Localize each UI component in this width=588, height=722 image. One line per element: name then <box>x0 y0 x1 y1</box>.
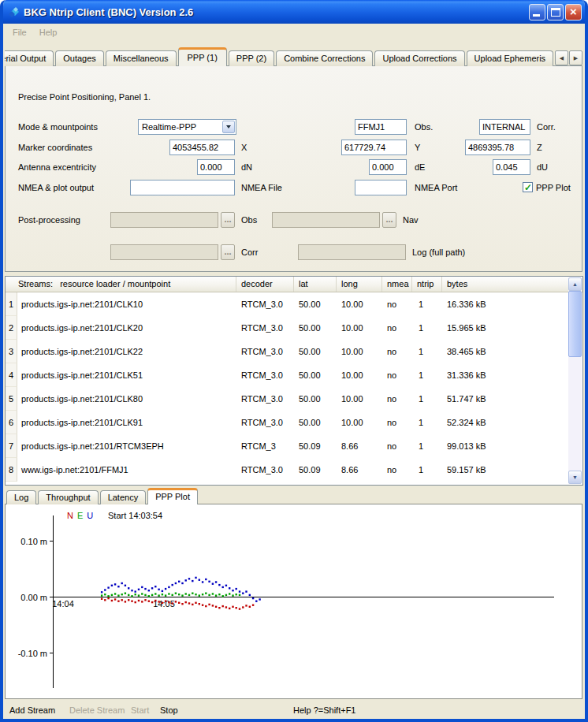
tab-upload-corrections[interactable]: Upload Corrections <box>374 50 464 66</box>
mode-combobox-value: Realtime-PPP <box>142 120 196 134</box>
marker-z-field[interactable] <box>465 140 530 155</box>
ppp-plot-checkbox[interactable]: ✓ <box>523 182 533 192</box>
tab-latency[interactable]: Latency <box>100 490 147 504</box>
tab-throughput[interactable]: Throughput <box>38 490 98 504</box>
panel-heading: Precise Point Positioning, Panel 1. <box>18 89 151 105</box>
tab-outages[interactable]: Outages <box>55 50 104 66</box>
stream-row-3[interactable]: 3products.igs-ip.net:2101/CLK22RTCM_3.05… <box>6 340 569 363</box>
ppp-plot-svg: 0.10 m0.00 m-0.10 m14:0414:05 <box>6 504 582 698</box>
start-button[interactable]: Start <box>131 702 149 719</box>
cell-nmea: no <box>382 300 412 309</box>
stream-row-7[interactable]: 7products.igs-ip.net:2101/RTCM3EPHRTCM_3… <box>6 434 569 458</box>
browse-nav-button[interactable]: ... <box>382 212 396 228</box>
column-header-lat[interactable]: lat <box>294 277 337 292</box>
tab-ppp-1[interactable]: PPP (1) <box>178 47 227 66</box>
nmea-port-field[interactable] <box>355 180 407 195</box>
check-icon: ✓ <box>524 182 532 193</box>
antenna-de-field[interactable] <box>369 159 407 175</box>
stream-row-8[interactable]: 8www.igs-ip.net:2101/FFMJ1RTCM_3.050.098… <box>6 458 569 482</box>
cell-ntrip: 1 <box>412 347 442 356</box>
cell-mountpoint: products.igs-ip.net:2101/CLK10 <box>17 300 236 309</box>
minimize-icon <box>533 14 540 17</box>
browse-corr-button[interactable]: ... <box>221 244 235 260</box>
post-processing-label: Post-processing <box>18 212 80 228</box>
cell-bytes: 52.324 kB <box>442 418 569 427</box>
column-header-long[interactable]: long <box>337 277 382 292</box>
stream-row-6[interactable]: 6products.igs-ip.net:2101/CLK91RTCM_3.05… <box>6 411 569 434</box>
tab-ppp-plot[interactable]: PPP Plot <box>147 488 198 504</box>
column-header-ntrip[interactable]: ntrip <box>412 277 442 292</box>
scrollbar-thumb[interactable] <box>568 291 582 357</box>
streams-scrollbar[interactable]: ▲ ▼ <box>568 277 582 484</box>
y-label: Y <box>415 140 420 155</box>
antenna-du-field[interactable] <box>493 159 530 175</box>
tab-serial-output[interactable]: Serial Output <box>5 50 54 66</box>
close-button[interactable]: × <box>565 4 582 20</box>
menu-help[interactable]: Help <box>33 26 64 39</box>
cell-num: 6 <box>6 411 17 434</box>
maximize-icon <box>551 8 560 17</box>
cell-bytes: 16.336 kB <box>442 300 569 309</box>
cell-mountpoint: products.igs-ip.net:2101/CLK80 <box>17 394 236 404</box>
cell-nmea: no <box>382 394 412 404</box>
tab-miscellaneous[interactable]: Miscellaneous <box>106 50 177 66</box>
marker-y-field[interactable] <box>341 140 407 155</box>
mode-combobox[interactable]: Realtime-PPP <box>138 119 236 135</box>
tab-upload-ephemeris[interactable]: Upload Ephemeris <box>467 50 554 66</box>
obs-mountpoint-field[interactable] <box>355 119 407 135</box>
post-nav-field[interactable] <box>272 212 380 228</box>
stream-row-4[interactable]: 4products.igs-ip.net:2101/CLK51RTCM_3.05… <box>6 363 569 387</box>
streams-header: Streams: resource loader / mountpoint de… <box>6 277 582 292</box>
cell-lat: 50.00 <box>294 418 337 427</box>
maximize-button[interactable] <box>547 4 564 20</box>
cell-num: 8 <box>6 458 17 482</box>
tab-ppp-2[interactable]: PPP (2) <box>229 50 274 66</box>
add-stream-button[interactable]: Add Stream <box>9 702 55 719</box>
corr-mountpoint-field[interactable] <box>479 119 530 135</box>
cell-lat: 50.00 <box>294 370 337 380</box>
cell-bytes: 51.747 kB <box>442 394 569 404</box>
window-controls: × <box>529 4 582 20</box>
cell-lat: 50.00 <box>294 347 337 356</box>
de-label: dE <box>415 159 425 175</box>
ppp-plot-label: PPP Plot <box>536 180 571 195</box>
client-area: File Help Serial OutputOutagesMiscellane… <box>3 24 585 719</box>
column-header-bytes[interactable]: bytes <box>442 277 569 292</box>
post-log-field[interactable] <box>298 244 406 260</box>
tab-log[interactable]: Log <box>6 490 36 504</box>
cell-nmea: no <box>382 347 412 356</box>
cell-mountpoint: www.igs-ip.net:2101/FFMJ1 <box>17 465 236 475</box>
cell-ntrip: 1 <box>412 418 442 427</box>
delete-stream-button[interactable]: Delete Stream <box>69 702 125 719</box>
browse-obs-button[interactable]: ... <box>221 212 235 228</box>
cell-bytes: 38.465 kB <box>442 347 569 356</box>
post-nav-label: Nav <box>403 212 419 228</box>
cell-decoder: RTCM_3.0 <box>236 465 294 475</box>
tab-scroll-right-icon[interactable]: ▶ <box>569 50 582 65</box>
cell-nmea: no <box>382 418 412 427</box>
scroll-up-icon[interactable]: ▲ <box>568 277 582 291</box>
cell-long: 10.00 <box>337 300 382 309</box>
combo-dropdown-button[interactable] <box>222 121 235 133</box>
cell-ntrip: 1 <box>412 370 442 380</box>
column-header-nmea[interactable]: nmea <box>382 277 412 292</box>
cell-decoder: RTCM_3.0 <box>236 323 294 333</box>
marker-x-field[interactable] <box>169 140 235 155</box>
minimize-button[interactable] <box>529 4 545 20</box>
scroll-down-icon[interactable]: ▼ <box>568 471 582 484</box>
post-corr-field[interactable] <box>110 244 218 260</box>
tab-scroll-left-icon[interactable]: ◀ <box>555 50 568 65</box>
menu-file[interactable]: File <box>6 26 33 39</box>
nmea-file-field[interactable] <box>130 180 235 195</box>
top-tabs: Serial OutputOutagesMiscellaneousPPP (1)… <box>5 47 583 66</box>
stop-button[interactable]: Stop <box>160 702 178 719</box>
column-header-streams[interactable]: Streams: resource loader / mountpoint <box>6 277 236 292</box>
column-header-decoder[interactable]: decoder <box>236 277 294 292</box>
stream-row-5[interactable]: 5products.igs-ip.net:2101/CLK80RTCM_3.05… <box>6 387 569 411</box>
post-obs-field[interactable] <box>110 212 218 228</box>
tab-combine-corrections[interactable]: Combine Corrections <box>276 50 373 66</box>
antenna-dn-field[interactable] <box>197 159 235 175</box>
cell-long: 10.00 <box>337 418 382 427</box>
stream-row-2[interactable]: 2products.igs-ip.net:2101/CLK20RTCM_3.05… <box>6 316 569 340</box>
stream-row-1[interactable]: 1products.igs-ip.net:2101/CLK10RTCM_3.05… <box>6 292 569 316</box>
